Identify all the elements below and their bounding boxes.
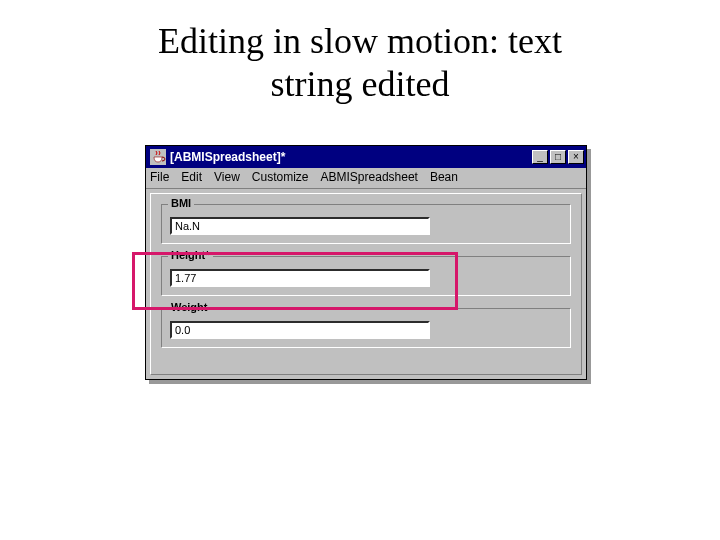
menu-view[interactable]: View xyxy=(214,170,240,184)
bmi-group: BMI xyxy=(161,204,571,244)
close-icon: × xyxy=(573,152,579,162)
close-button[interactable]: × xyxy=(568,150,584,164)
height-label: Height* xyxy=(168,249,213,261)
height-group: Height* xyxy=(161,256,571,296)
maximize-icon: □ xyxy=(555,152,561,162)
app-window: [ABMISpreadsheet]* _ □ × File Edit View … xyxy=(145,145,587,380)
minimize-button[interactable]: _ xyxy=(532,150,548,164)
content-panel: BMI Height* Weight xyxy=(150,193,582,375)
java-cup-icon xyxy=(150,149,166,165)
window-title: [ABMISpreadsheet]* xyxy=(170,150,532,164)
minimize-icon: _ xyxy=(537,152,543,162)
title-line-2: string edited xyxy=(271,64,450,104)
menu-abmispreadsheet[interactable]: ABMISpreadsheet xyxy=(321,170,418,184)
maximize-button[interactable]: □ xyxy=(550,150,566,164)
weight-group: Weight xyxy=(161,308,571,348)
menu-file[interactable]: File xyxy=(150,170,169,184)
bmi-label: BMI xyxy=(168,197,194,209)
menu-bean[interactable]: Bean xyxy=(430,170,458,184)
height-input[interactable] xyxy=(170,269,430,287)
window-controls: _ □ × xyxy=(532,150,584,164)
menubar: File Edit View Customize ABMISpreadsheet… xyxy=(146,168,586,189)
bmi-input[interactable] xyxy=(170,217,430,235)
weight-input[interactable] xyxy=(170,321,430,339)
menu-customize[interactable]: Customize xyxy=(252,170,309,184)
weight-label: Weight xyxy=(168,301,210,313)
title-line-1: Editing in slow motion: text xyxy=(158,21,562,61)
titlebar[interactable]: [ABMISpreadsheet]* _ □ × xyxy=(146,146,586,168)
menu-edit[interactable]: Edit xyxy=(181,170,202,184)
slide-title: Editing in slow motion: text string edit… xyxy=(0,20,720,106)
